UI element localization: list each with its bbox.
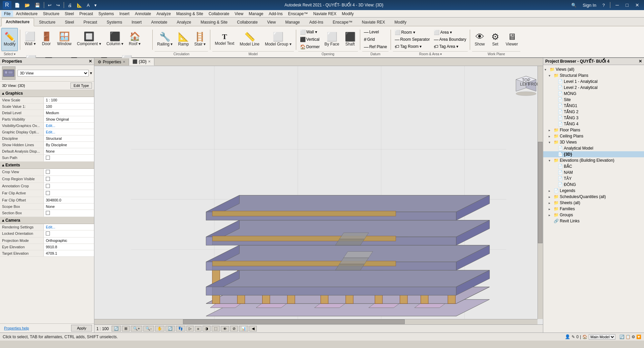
tab-steel[interactable]: Steel bbox=[60, 18, 78, 26]
menu-view[interactable]: View bbox=[232, 11, 246, 17]
qat-more[interactable]: ▾ bbox=[93, 2, 98, 9]
viewer-btn[interactable]: 🖥 Viewer bbox=[503, 28, 520, 51]
area-boundary-btn[interactable]: — Area Boundary bbox=[432, 36, 468, 43]
tab-insert[interactable]: Insert bbox=[127, 18, 146, 26]
pb-3d-views[interactable]: ▾ 📁 3D Views bbox=[543, 139, 644, 145]
menu-enscape[interactable]: Enscape™ bbox=[285, 11, 311, 17]
shadows-btn[interactable]: ◑ bbox=[203, 326, 211, 331]
vertical-opening-btn[interactable]: ⬛ Vertical bbox=[298, 36, 321, 43]
model-text-btn[interactable]: T Model Text bbox=[212, 28, 237, 51]
pb-elevations[interactable]: ▾ 📁 Elevations (Building Elevation) bbox=[543, 157, 644, 163]
thin-lines-btn[interactable]: ≡ bbox=[195, 326, 202, 331]
pb-families[interactable]: ▸ 📁 Families bbox=[543, 206, 644, 212]
edit-type-button[interactable]: Edit Type bbox=[70, 83, 92, 89]
menu-systems[interactable]: Systems bbox=[96, 11, 117, 17]
apply-button[interactable]: Apply bbox=[71, 325, 92, 331]
component-btn[interactable]: 🔲 Component ▾ bbox=[74, 28, 103, 51]
scale-value[interactable]: 100 bbox=[44, 103, 94, 109]
tab-annotate[interactable]: Annotate bbox=[147, 18, 172, 26]
menu-precast[interactable]: Precast bbox=[76, 11, 96, 17]
pan-btn[interactable]: ✋ bbox=[155, 326, 164, 331]
railing-btn[interactable]: 🔧 Railing ▾ bbox=[155, 28, 175, 51]
pb-ceiling-plans[interactable]: ▸ 📁 Ceiling Plans bbox=[543, 133, 644, 139]
eye-elevation-value[interactable]: 9910.8 bbox=[44, 244, 94, 250]
tab-collaborate[interactable]: Collaborate bbox=[233, 18, 262, 26]
sync-view-btn[interactable]: 🔄 bbox=[112, 326, 121, 331]
wall-btn[interactable]: ⬜ Wall ▾ bbox=[22, 28, 38, 51]
ref-plane-btn[interactable]: — Ref Plane bbox=[362, 43, 389, 50]
menu-analyze[interactable]: Analyze bbox=[154, 11, 174, 17]
room-separator-btn[interactable]: — Room Separator bbox=[393, 36, 431, 43]
visibility-graphics-value[interactable]: Edit... bbox=[44, 123, 94, 129]
room-btn[interactable]: ⬜ Room ▾ bbox=[393, 29, 431, 36]
far-clip-checkbox[interactable] bbox=[46, 191, 50, 195]
crop-view-value[interactable] bbox=[44, 169, 94, 176]
pb-sheets[interactable]: ▸ 📁 Sheets (all) bbox=[543, 200, 644, 206]
far-clip-offset-value[interactable]: 304800.0 bbox=[44, 197, 94, 203]
dormer-btn[interactable]: 🏠 Dormer bbox=[298, 43, 321, 50]
reveal-hidden-btn[interactable]: 👁 bbox=[221, 326, 229, 331]
walkthrough-btn[interactable]: 👣 bbox=[176, 326, 185, 331]
properties-tab[interactable]: ⚙ Properties ✕ bbox=[94, 59, 129, 65]
pb-schedules[interactable]: ▸ 📁 Schedules/Quantities (all) bbox=[543, 194, 644, 200]
section-box-value[interactable] bbox=[44, 210, 94, 217]
minimize-btn[interactable]: ─ bbox=[614, 2, 621, 8]
qat-new[interactable]: 📄 bbox=[13, 2, 22, 9]
tab-view[interactable]: View bbox=[263, 18, 280, 26]
menu-modify[interactable]: Modify bbox=[339, 11, 356, 17]
tab-manage[interactable]: Manage bbox=[281, 18, 304, 26]
locked-orientation-value[interactable] bbox=[44, 230, 94, 237]
pb-views-all[interactable]: ▾ 📁 Views (all) bbox=[543, 66, 644, 72]
by-face-btn[interactable]: ⬜ By Face bbox=[322, 28, 342, 51]
scope-box-value[interactable]: None bbox=[44, 203, 94, 210]
view-cube[interactable]: LEFT FRONT TOP bbox=[513, 69, 540, 96]
pb-dong[interactable]: 📄 ĐÔNG bbox=[543, 182, 644, 188]
pb-nam[interactable]: 📄 NAM bbox=[543, 169, 644, 176]
view-controls-btn[interactable]: ◀ bbox=[249, 326, 257, 331]
pb-floor-plans[interactable]: ▸ 📁 Floor Plans bbox=[543, 127, 644, 133]
pb-tang1[interactable]: 📄 TẦNG1 bbox=[543, 103, 644, 109]
analysis-btn[interactable]: 📊 bbox=[239, 326, 248, 331]
zoom-fit-btn[interactable]: ⊞ bbox=[122, 326, 130, 331]
menu-steel[interactable]: Steel bbox=[62, 11, 76, 17]
properties-help-link[interactable]: Properties help bbox=[2, 325, 31, 331]
pb-structural-plans[interactable]: ▾ 📁 Structural Plans bbox=[543, 72, 644, 78]
stair-btn[interactable]: 🪜 Stair ▾ bbox=[192, 28, 208, 51]
orbit-btn[interactable]: 🔄 bbox=[165, 326, 175, 331]
discipline-value[interactable]: Structural bbox=[44, 135, 94, 141]
crop-btn[interactable]: ⬚ bbox=[212, 326, 220, 331]
tab-naviate[interactable]: Naviate REX bbox=[358, 18, 390, 26]
ramp-btn[interactable]: 📐 Ramp bbox=[176, 28, 191, 51]
extents-section-header[interactable]: ▴ Extents bbox=[0, 162, 94, 169]
door-btn[interactable]: 🚪 Door bbox=[39, 28, 54, 51]
qat-undo[interactable]: ↩ bbox=[46, 2, 53, 9]
info-center[interactable]: 🔍 bbox=[570, 2, 578, 9]
camera-section-header[interactable]: ▴ Camera bbox=[0, 217, 94, 224]
design-options-btn[interactable]: ⚙ bbox=[632, 335, 635, 339]
tab-massing[interactable]: Massing & Site bbox=[196, 18, 232, 26]
zoom-in-btn[interactable]: 🔍+ bbox=[131, 326, 142, 331]
default-analysis-value[interactable]: None bbox=[44, 148, 94, 154]
sun-path-value[interactable] bbox=[44, 155, 94, 161]
section-box-checkbox[interactable] bbox=[46, 211, 50, 215]
menu-architecture[interactable]: Architecture bbox=[13, 11, 40, 17]
viewport-scrollbar-vertical[interactable] bbox=[538, 66, 543, 319]
detail-level-value[interactable]: Medium bbox=[44, 110, 94, 116]
crop-view-checkbox[interactable] bbox=[46, 170, 50, 174]
view-scale-value[interactable]: 1 : 100 bbox=[44, 97, 94, 103]
pb-tang4[interactable]: 📄 TẦNG 4 bbox=[543, 121, 644, 127]
modify-btn[interactable]: ✏️ Modify bbox=[1, 28, 18, 51]
menu-naviate[interactable]: Naviate REX bbox=[311, 11, 339, 17]
tab-analyze[interactable]: Analyze bbox=[173, 18, 196, 26]
menu-massing[interactable]: Massing & Site bbox=[174, 11, 206, 17]
pb-legends[interactable]: ▸ 📄 Legends bbox=[543, 188, 644, 194]
zoom-out-btn[interactable]: 🔍- bbox=[143, 326, 154, 331]
pb-revit-links[interactable]: 🔗 Revit Links bbox=[543, 218, 644, 224]
help-btn[interactable]: ? bbox=[601, 2, 606, 9]
locked-orientation-checkbox[interactable] bbox=[46, 231, 50, 235]
model-line-btn[interactable]: 📏 Model Line bbox=[237, 28, 262, 51]
model-select[interactable]: Main Model bbox=[589, 334, 615, 340]
workset-icon[interactable]: 👤 bbox=[565, 334, 570, 339]
qat-open[interactable]: 📂 bbox=[23, 2, 32, 9]
tab-addins[interactable]: Add-Ins bbox=[305, 18, 328, 26]
